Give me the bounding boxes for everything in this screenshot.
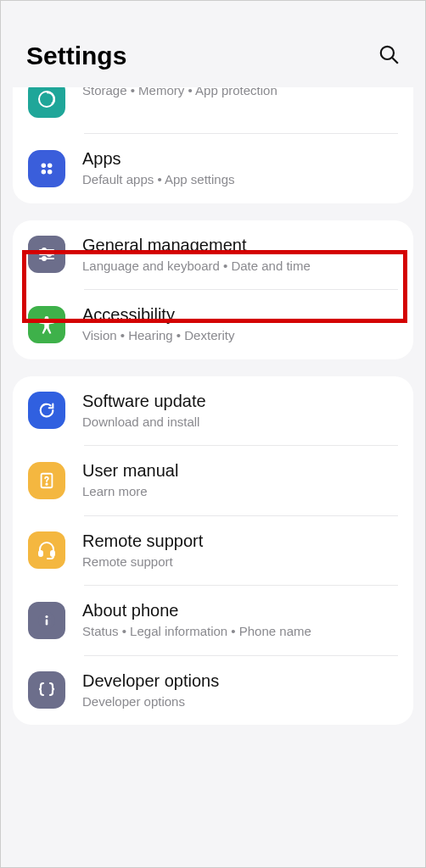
settings-item-remote-support[interactable]: Remote support Remote support xyxy=(13,516,413,586)
settings-item-accessibility[interactable]: Accessibility Vision • Hearing • Dexteri… xyxy=(13,290,413,359)
headset-icon xyxy=(28,531,65,569)
item-title: About phone xyxy=(82,601,398,620)
svg-point-15 xyxy=(46,483,47,484)
settings-group: Device care Storage • Memory • App prote… xyxy=(13,87,413,203)
settings-item-about-phone[interactable]: About phone Status • Legal information •… xyxy=(13,586,413,655)
svg-rect-16 xyxy=(39,551,42,556)
svg-point-5 xyxy=(42,170,47,175)
device-care-icon xyxy=(28,87,65,118)
update-icon xyxy=(28,392,65,429)
svg-point-3 xyxy=(42,163,47,168)
svg-point-12 xyxy=(42,257,46,260)
item-subtitle: Developer options xyxy=(82,693,398,710)
settings-item-software-update[interactable]: Software update Download and install xyxy=(13,376,413,446)
item-subtitle: Storage • Memory • App protection xyxy=(82,87,398,99)
svg-rect-21 xyxy=(46,619,48,625)
svg-point-13 xyxy=(45,316,49,320)
item-subtitle: Status • Legal information • Phone name xyxy=(82,623,398,640)
svg-point-0 xyxy=(381,47,394,59)
svg-point-4 xyxy=(48,163,52,168)
settings-item-developer-options[interactable]: Developer options Developer options xyxy=(13,656,413,726)
svg-line-1 xyxy=(392,58,398,64)
settings-item-user-manual[interactable]: User manual Learn more xyxy=(13,446,413,515)
item-subtitle: Default apps • App settings xyxy=(82,171,398,188)
settings-group: Software update Download and install Use… xyxy=(13,376,413,726)
settings-item-general-management[interactable]: General management Language and keyboard… xyxy=(13,220,413,290)
item-subtitle: Vision • Hearing • Dexterity xyxy=(82,327,398,344)
item-title: Software update xyxy=(82,392,398,411)
braces-icon xyxy=(28,671,65,709)
item-subtitle: Language and keyboard • Date and time xyxy=(82,258,398,275)
item-title: Remote support xyxy=(82,531,398,551)
item-title: Developer options xyxy=(82,671,398,691)
item-title: General management xyxy=(82,236,398,255)
svg-point-8 xyxy=(42,248,46,252)
sliders-icon xyxy=(28,236,65,273)
item-subtitle: Learn more xyxy=(82,483,398,500)
search-icon[interactable] xyxy=(378,43,400,69)
manual-icon xyxy=(28,462,65,499)
settings-item-apps[interactable]: Apps Default apps • App settings xyxy=(13,134,413,203)
settings-item-device-care[interactable]: Device care Storage • Memory • App prote… xyxy=(13,87,413,133)
page-title: Settings xyxy=(26,42,126,70)
item-title: Accessibility xyxy=(82,305,398,325)
settings-group: General management Language and keyboard… xyxy=(13,220,413,359)
settings-header: Settings xyxy=(1,1,425,87)
item-subtitle: Download and install xyxy=(82,414,398,431)
accessibility-icon xyxy=(28,306,65,343)
svg-point-20 xyxy=(45,615,48,618)
item-title: User manual xyxy=(82,461,398,481)
item-title: Apps xyxy=(82,149,398,169)
svg-point-10 xyxy=(48,253,51,256)
apps-icon xyxy=(28,150,65,187)
svg-point-6 xyxy=(48,170,52,175)
item-subtitle: Remote support xyxy=(82,554,398,570)
info-icon xyxy=(28,602,65,639)
